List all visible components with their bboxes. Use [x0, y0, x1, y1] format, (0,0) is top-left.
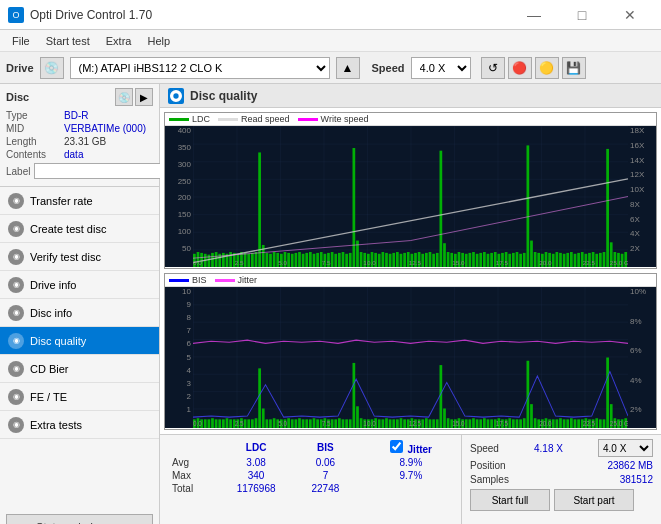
close-button[interactable]: ✕ [607, 0, 653, 30]
svg-rect-121 [606, 149, 609, 267]
svg-rect-106 [552, 254, 555, 267]
svg-rect-37 [302, 254, 305, 267]
chart2-plot: 0.0 2.5 5.0 7.5 10.0 12.5 15.0 17.5 20.0… [165, 287, 656, 428]
svg-rect-219 [469, 419, 472, 428]
nav-transfer-rate[interactable]: ◉ Transfer rate [0, 187, 159, 215]
titlebar-left: O Opti Drive Control 1.70 [8, 7, 152, 23]
svg-rect-46 [334, 254, 337, 267]
svg-rect-24 [255, 252, 258, 267]
speed-refresh-icon[interactable]: ↺ [481, 57, 505, 79]
drivebar: Drive 💿 (M:) ATAPI iHBS112 2 CLO K ▲ Spe… [0, 52, 661, 84]
drive-eject-icon[interactable]: ▲ [336, 57, 360, 79]
nav-verify-test-disc-label: Verify test disc [30, 251, 101, 263]
status-window-button[interactable]: Status window >> [6, 514, 153, 524]
nav-create-test-disc[interactable]: ◉ Create test disc [0, 215, 159, 243]
svg-rect-36 [298, 252, 301, 267]
svg-text:2.5: 2.5 [235, 419, 244, 427]
svg-rect-61 [389, 254, 392, 267]
svg-rect-64 [400, 254, 403, 267]
speed-label: Speed [372, 62, 405, 74]
svg-rect-157 [244, 419, 247, 428]
speed-save-icon[interactable]: 💾 [562, 57, 586, 79]
svg-rect-33 [287, 253, 290, 267]
drive-select[interactable]: (M:) ATAPI iHBS112 2 CLO K [70, 57, 330, 79]
nav-extra-tests[interactable]: ◉ Extra tests [0, 411, 159, 439]
speed-icon2[interactable]: 🔴 [508, 57, 532, 79]
nav-cd-bier-label: CD Bier [30, 363, 69, 375]
nav-disc-info[interactable]: ◉ Disc info [0, 299, 159, 327]
svg-rect-197 [389, 419, 392, 428]
svg-rect-172 [298, 418, 301, 428]
nav-verify-test-disc[interactable]: ◉ Verify test disc [0, 243, 159, 271]
titlebar: O Opti Drive Control 1.70 — □ ✕ [0, 0, 661, 30]
menu-extra[interactable]: Extra [98, 33, 140, 49]
svg-rect-174 [305, 419, 308, 428]
write-speed-color [298, 118, 318, 121]
nav-disc-quality-label: Disc quality [30, 335, 86, 347]
speed-select[interactable]: 4.0 X [411, 57, 471, 79]
disc-quality-header: Disc quality [160, 84, 661, 108]
svg-text:7.5: 7.5 [322, 259, 331, 266]
svg-text:2.5: 2.5 [235, 259, 244, 266]
svg-rect-76 [443, 243, 446, 267]
maximize-button[interactable]: □ [559, 0, 605, 30]
speed-stat-label: Speed [470, 443, 499, 454]
svg-rect-218 [465, 419, 468, 428]
svg-rect-176 [313, 418, 316, 428]
nav-drive-info[interactable]: ◉ Drive info [0, 271, 159, 299]
chart1-svg: 0.0 2.5 5.0 7.5 10.0 12.5 15.0 17.5 20.0… [193, 126, 628, 267]
max-label: Max [168, 469, 217, 482]
disc-length-label: Length [6, 136, 64, 147]
avg-jitter: 8.9% [369, 456, 453, 469]
speed-icon3[interactable]: 🟡 [535, 57, 559, 79]
svg-rect-169 [287, 418, 290, 428]
svg-rect-39 [309, 252, 312, 267]
max-ldc: 340 [217, 469, 296, 482]
svg-text:20.0: 20.0 [539, 259, 552, 266]
nav-cd-bier[interactable]: ◉ CD Bier [0, 355, 159, 383]
speed-stat-select[interactable]: 4.0 X [598, 439, 653, 457]
nav-transfer-rate-label: Transfer rate [30, 195, 93, 207]
svg-rect-72 [429, 252, 432, 267]
svg-rect-17 [229, 252, 232, 267]
svg-rect-162 [262, 408, 265, 428]
svg-rect-161 [258, 368, 261, 428]
svg-rect-199 [396, 419, 399, 428]
legend-ldc: LDC [169, 114, 210, 124]
svg-rect-200 [400, 418, 403, 428]
nav-fe-te[interactable]: ◉ FE / TE [0, 383, 159, 411]
svg-text:20.0: 20.0 [539, 419, 551, 427]
drive-label: Drive [6, 62, 34, 74]
svg-rect-112 [574, 254, 577, 267]
disc-icon1[interactable]: 💿 [115, 88, 133, 106]
minimize-button[interactable]: — [511, 0, 557, 30]
svg-rect-222 [479, 419, 482, 428]
menu-start-test[interactable]: Start test [38, 33, 98, 49]
col-ldc: LDC [217, 439, 296, 456]
write-speed-label: Write speed [321, 114, 369, 124]
nav-disc-info-label: Disc info [30, 307, 72, 319]
svg-rect-249 [577, 419, 580, 428]
svg-rect-150 [218, 419, 221, 428]
sidebar: Disc 💿 ▶ Type BD-R MID VERBATIMe (000) L… [0, 84, 160, 524]
disc-label-label: Label [6, 166, 30, 177]
nav-disc-quality[interactable]: ◉ Disc quality [0, 327, 159, 355]
start-part-button[interactable]: Start part [554, 489, 634, 511]
disc-panel: Disc 💿 ▶ Type BD-R MID VERBATIMe (000) L… [0, 84, 159, 187]
jitter-checkbox[interactable] [390, 440, 403, 453]
svg-point-1 [173, 93, 178, 98]
svg-rect-86 [479, 253, 482, 267]
disc-icon2[interactable]: ▶ [135, 88, 153, 106]
menu-help[interactable]: Help [139, 33, 178, 49]
svg-rect-243 [556, 419, 559, 428]
read-speed-label: Read speed [241, 114, 290, 124]
svg-rect-29 [273, 252, 276, 267]
svg-rect-194 [378, 419, 381, 428]
col-jitter-check[interactable]: Jitter [369, 439, 453, 456]
menu-file[interactable]: File [4, 33, 38, 49]
content-area: Disc quality LDC Read speed [160, 84, 661, 524]
start-full-button[interactable]: Start full [470, 489, 550, 511]
svg-text:22.5: 22.5 [583, 259, 596, 266]
disc-label-input[interactable] [34, 163, 167, 179]
svg-rect-101 [534, 252, 537, 267]
